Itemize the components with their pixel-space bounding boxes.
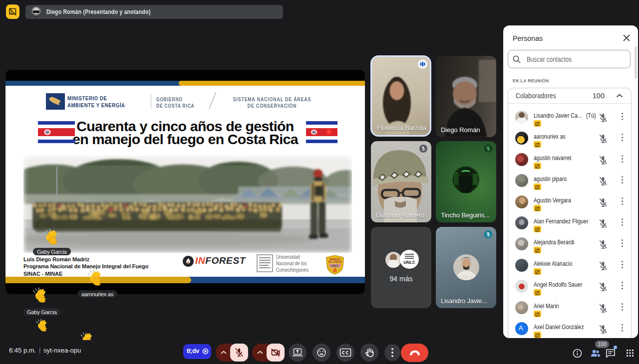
svg-text:UNLC: UNLC	[403, 260, 415, 265]
svg-text:MANEJO: MANEJO	[329, 258, 340, 261]
svg-text:DEL FUEGO: DEL FUEGO	[328, 261, 342, 263]
svg-text:SINAC: SINAC	[331, 265, 339, 267]
